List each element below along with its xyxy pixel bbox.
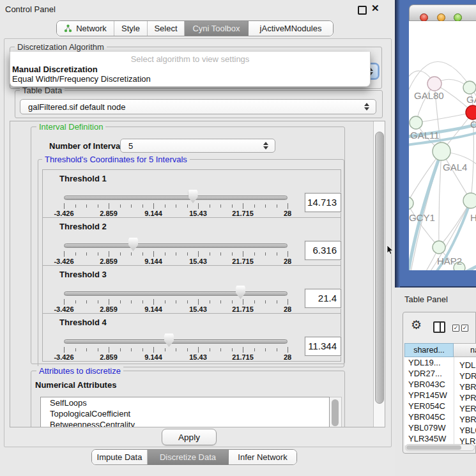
tick-mark [220,252,221,256]
dropdown-item-equal-width-frequency[interactable]: Equal Width/Frequency Discretization [12,74,151,84]
tick-mark [176,252,176,256]
tab-cyni-toolbox[interactable]: Cyni Toolbox [185,21,249,36]
table-row[interactable]: YDL19...YDL1 [404,357,476,368]
network-node[interactable] [433,142,450,160]
cell-shared-name[interactable]: YBL079W [404,422,454,433]
slider-handle[interactable] [236,286,245,299]
float-panel-icon[interactable] [358,6,367,15]
apply-button[interactable]: Apply [162,429,217,445]
network-node[interactable] [463,193,476,208]
tab-style[interactable]: Style [114,21,148,36]
network-edge[interactable] [416,112,473,123]
table-row[interactable]: YBL079WYBL0 [404,422,476,433]
dropdown-item-manual-discretization[interactable]: Manual Discretization [12,65,98,74]
tick-mark [120,348,121,351]
network-node[interactable] [427,77,441,91]
tick-mark [198,251,199,257]
attributes-list-scrollbar[interactable] [330,397,342,427]
tab-select[interactable]: Select [148,21,185,36]
slider-handle[interactable] [188,190,198,203]
table-row[interactable]: YBR043CYBR0 [404,379,476,390]
table-panel-title: Table Panel [404,295,448,304]
table-row[interactable]: YLR345WYLR3 [404,433,476,444]
cell-shared-name[interactable]: YDL19... [404,357,454,368]
table-data-combobox-value: galFiltered.sif default node [20,102,125,112]
tick-mark [232,252,233,256]
network-node[interactable] [409,197,413,210]
threshold-value-field[interactable]: 14.713 [305,193,341,212]
number-of-intervals-combobox[interactable]: 5 [120,139,275,153]
tab-infer-network[interactable]: Infer Network [229,450,296,464]
tab-impute-data[interactable]: Impute Data [92,450,148,464]
gear-icon[interactable]: ⚙ [411,318,422,332]
table-row[interactable]: YBR045CYBR0 [404,411,476,422]
network-window: GAL80GACGAL11GAL4GCY1HHAP2 [409,4,476,286]
network-canvas[interactable]: GAL80GACGAL11GAL4GCY1HHAP2 [409,21,476,270]
attribute-list-item[interactable]: SelfLoops [41,397,329,408]
network-edge-highlighted[interactable] [409,266,476,270]
scrollbar-thumb[interactable] [375,132,384,404]
scrollbar-thumb[interactable] [332,399,339,426]
cell-shared-name[interactable]: YPR145W [404,390,454,401]
table-row[interactable]: YER054CYER0 [404,401,476,411]
tick-mark [165,300,165,303]
threshold-label: Threshold 3 [59,270,107,279]
cyni-toolbox-content: Discretization Algorithm Select algorith… [4,38,392,447]
attribute-list-item[interactable]: TopologicalCoefficient [41,408,329,419]
tick-mark [131,348,132,351]
checkbox-icon[interactable]: ✓ [461,325,468,332]
tick-mark [254,252,255,256]
table-row[interactable]: YDR27...YDR2 [404,368,476,379]
node-label: GAL80 [414,90,444,101]
threshold-panel-4: Threshold 4-3.4262.8599.14415.4321.71528… [42,313,341,362]
tab-jactivemnodules[interactable]: jActiveMNodules [249,21,333,36]
dropdown-prompt[interactable]: Select algorithm to view settings [10,54,370,64]
tab-network[interactable]: Network [57,21,114,36]
cell-shared-name[interactable]: YER054C [404,401,454,411]
close-icon[interactable]: ✕ [371,3,380,14]
node-label: GA [466,94,476,105]
table-data-combobox[interactable]: galFiltered.sif default node [20,99,376,114]
network-node[interactable] [433,241,445,254]
attribute-list-item[interactable]: BetweennessCentrality [41,419,329,427]
network-edge[interactable] [409,268,459,270]
network-node[interactable] [466,105,476,119]
settings-vertical-scrollbar[interactable] [373,121,385,427]
tick-mark [220,300,221,303]
table-horizontal-scrollbar[interactable] [405,444,475,451]
slider-handle[interactable] [128,238,138,251]
table-panel: ⚙ ✓ ✓ shared... na... YDL19...YDL1YDR27.… [403,312,476,454]
network-window-titlebar[interactable] [409,4,476,21]
cell-shared-name[interactable]: YBR043C [404,379,454,390]
numerical-attributes-list: SelfLoopsTopologicalCoefficientBetweenne… [40,397,342,427]
slider-ticks [64,203,288,210]
column-header-name[interactable]: na... [454,343,476,357]
tick-label: 15.43 [189,257,207,265]
combobox-spinner [263,142,268,150]
slider-track[interactable] [64,291,288,296]
tick-mark [288,299,288,305]
slider-tick-labels: -3.4262.8599.14415.4321.71528 [64,353,288,361]
slider-handle[interactable] [164,334,174,347]
network-node[interactable] [410,116,422,129]
table-row[interactable]: YPR145WYPR1 [404,390,476,401]
threshold-panel-1: Threshold 1-3.4262.8599.14415.4321.71528… [42,169,341,218]
threshold-value-field[interactable]: 11.344 [305,337,341,356]
column-header-shared-name[interactable]: shared... [404,343,454,357]
columns-icon[interactable] [433,321,445,333]
threshold-value-field[interactable]: 6.316 [305,241,341,260]
cell-shared-name[interactable]: YLR345W [404,433,454,444]
slider-track[interactable] [64,243,288,248]
network-edge[interactable] [439,151,441,247]
numerical-attributes-label: Numerical Attributes [35,380,116,390]
slider-track[interactable] [64,196,288,200]
threshold-value-field[interactable]: 21.4 [305,289,341,308]
cell-shared-name[interactable]: YDR27... [404,368,454,379]
checkbox-icon[interactable]: ✓ [452,325,459,332]
network-node[interactable] [463,81,476,94]
scrollbar-thumb[interactable] [406,445,461,450]
tab-discretize-data[interactable]: Discretize Data [148,450,229,464]
tick-mark [210,204,210,208]
cell-shared-name[interactable]: YBR045C [404,411,454,422]
slider-track[interactable] [64,339,288,344]
